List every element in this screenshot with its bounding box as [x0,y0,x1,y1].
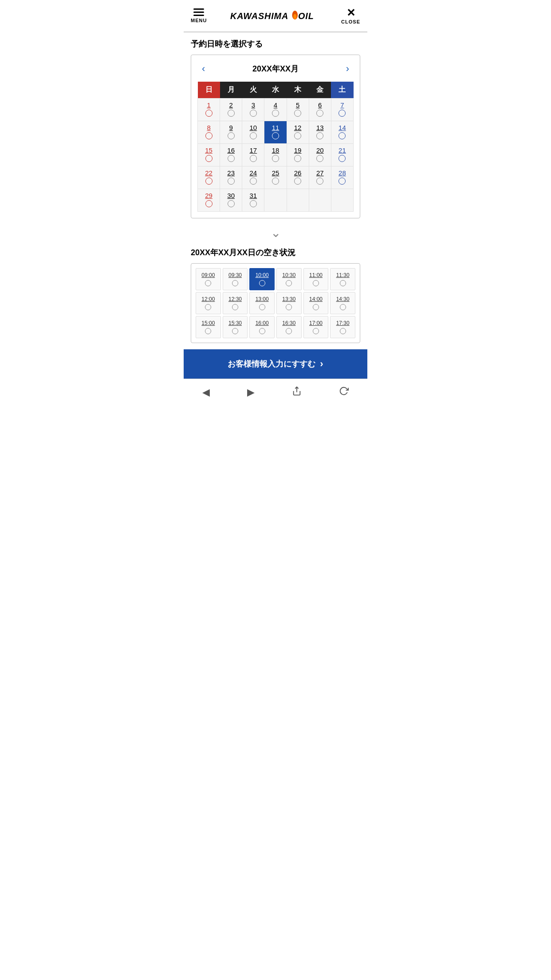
time-slot-1030[interactable]: 10:30 [276,268,302,290]
calendar-day-4[interactable]: 4 [264,99,287,121]
time-slot-1700[interactable]: 17:00 [303,316,329,338]
calendar-day-20[interactable]: 20 [309,144,331,166]
calendar-day-7[interactable]: 7 [331,99,353,121]
calendar-day-19[interactable]: 19 [287,144,309,166]
share-button[interactable] [285,384,309,400]
calendar-prev-button[interactable]: ‹ [197,61,209,76]
time-slot-1300[interactable]: 13:00 [249,292,275,314]
day-availability-circle [316,110,323,117]
calendar-day-9[interactable]: 9 [220,121,242,144]
calendar-day-12[interactable]: 12 [287,121,309,144]
calendar-day-24[interactable]: 24 [242,166,264,189]
calendar-day-26[interactable]: 26 [287,166,309,189]
day-number: 3 [243,101,263,109]
calendar-day-10[interactable]: 10 [242,121,264,144]
chevron-down-icon: ⌄ [191,225,360,240]
day-number: 17 [243,146,263,154]
day-availability-circle [250,178,257,185]
time-slots-container: 09:0009:3010:0010:3011:0011:3012:0012:30… [191,263,360,343]
calendar-day-18[interactable]: 18 [264,144,287,166]
time-slot-circle [313,304,319,310]
svg-text:OIL: OIL [298,11,314,21]
day-availability-circle [316,132,323,139]
time-slot-1230[interactable]: 12:30 [223,292,248,314]
calendar-day-17[interactable]: 17 [242,144,264,166]
time-slot-circle [205,328,211,334]
time-slot-circle [259,304,265,310]
time-slot-1330[interactable]: 13:30 [276,292,302,314]
calendar-day-empty [331,189,353,212]
browser-forward-button[interactable]: ▶ [240,385,262,400]
time-slot-circle [286,280,292,286]
day-number: 12 [288,124,308,131]
time-slot-1730[interactable]: 17:30 [330,316,355,338]
time-slot-1630[interactable]: 16:30 [276,316,302,338]
day-availability-circle [294,110,301,117]
day-number: 13 [310,124,330,131]
day-number: 27 [310,169,330,177]
time-slot-1200[interactable]: 12:00 [196,292,221,314]
time-slot-circle [205,280,211,286]
time-slot-0930[interactable]: 09:30 [223,268,248,290]
refresh-button[interactable] [332,384,356,400]
calendar-day-23[interactable]: 23 [220,166,242,189]
calendar-day-6[interactable]: 6 [309,99,331,121]
calendar-day-1[interactable]: 1 [198,99,220,121]
time-slot-circle [340,280,346,286]
calendar-day-27[interactable]: 27 [309,166,331,189]
day-availability-circle [338,178,346,185]
day-number: 8 [199,124,219,131]
calendar-day-2[interactable]: 2 [220,99,242,121]
calendar-day-25[interactable]: 25 [264,166,287,189]
calendar-day-16[interactable]: 16 [220,144,242,166]
time-slot-1600[interactable]: 16:00 [249,316,275,338]
weekday-header-日: 日 [198,82,220,99]
time-slot-circle [340,328,346,334]
time-slot-circle [232,280,238,286]
calendar: ‹ 20XX年XX月 › 日月火水木金土 1234567891011121314… [191,55,360,218]
calendar-day-8[interactable]: 8 [198,121,220,144]
time-slot-1000[interactable]: 10:00 [249,268,275,290]
time-slot-1500[interactable]: 15:00 [196,316,221,338]
calendar-day-21[interactable]: 21 [331,144,353,166]
day-number: 19 [288,146,308,154]
calendar-day-31[interactable]: 31 [242,189,264,212]
weekday-header-金: 金 [309,82,331,99]
calendar-day-22[interactable]: 22 [198,166,220,189]
bottom-navigation: ◀ ▶ [184,379,367,406]
calendar-day-5[interactable]: 5 [287,99,309,121]
browser-back-button[interactable]: ◀ [195,385,217,400]
time-slot-1400[interactable]: 14:00 [303,292,329,314]
time-slot-label: 17:00 [309,320,323,326]
weekday-header-土: 土 [331,82,353,99]
calendar-day-13[interactable]: 13 [309,121,331,144]
day-availability-circle [338,110,346,117]
day-number: 9 [221,124,241,131]
calendar-day-14[interactable]: 14 [331,121,353,144]
submit-button[interactable]: お客様情報入力にすすむ › [184,349,367,379]
time-slot-label: 13:00 [256,296,269,302]
hamburger-line-2 [193,12,204,13]
day-availability-circle [205,132,213,139]
time-slot-circle [313,280,319,286]
time-slot-circle [259,280,265,286]
calendar-next-button[interactable]: › [342,61,354,76]
day-availability-circle [250,155,257,162]
time-slot-1130[interactable]: 11:30 [330,268,355,290]
svg-point-2 [293,14,296,20]
time-slot-1430[interactable]: 14:30 [330,292,355,314]
close-button[interactable]: ✕ CLOSE [341,8,360,24]
calendar-day-29[interactable]: 29 [198,189,220,212]
time-slot-1530[interactable]: 15:30 [223,316,248,338]
calendar-day-3[interactable]: 3 [242,99,264,121]
day-number: 20 [310,146,330,154]
menu-button[interactable]: MENU [191,8,207,23]
calendar-day-30[interactable]: 30 [220,189,242,212]
calendar-day-11[interactable]: 11 [264,121,287,144]
day-availability-circle [316,155,323,162]
time-slot-label: 12:00 [201,296,215,302]
time-slot-1100[interactable]: 11:00 [303,268,329,290]
calendar-day-28[interactable]: 28 [331,166,353,189]
time-slot-0900[interactable]: 09:00 [196,268,221,290]
calendar-day-15[interactable]: 15 [198,144,220,166]
